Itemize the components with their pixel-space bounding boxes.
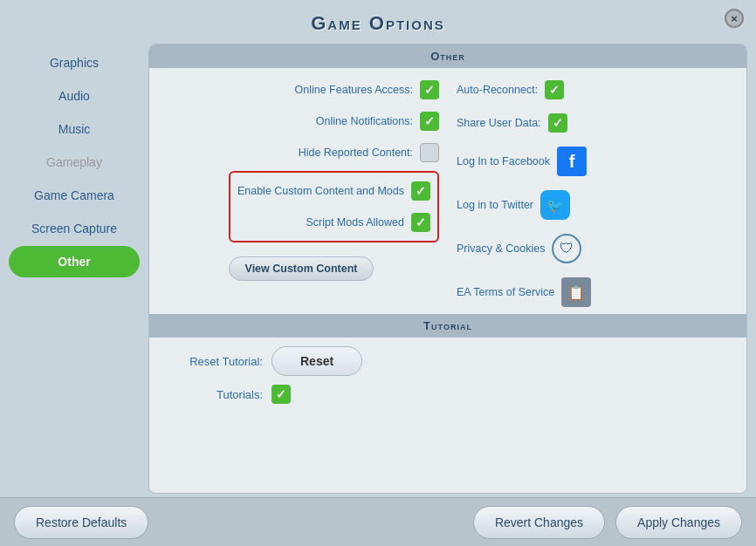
online-notifications-label: Online Notifications: [316, 115, 413, 127]
auto-reconnect-checkbox[interactable]: ✓ [545, 80, 564, 99]
tutorials-row: Tutorials: ✓ [167, 385, 729, 404]
script-mods-checkbox[interactable]: ✓ [411, 213, 430, 232]
script-mods-label: Script Mods Allowed [306, 216, 404, 229]
tos-row: EA Terms of Service 📋 [457, 274, 591, 311]
hide-reported-row: Hide Reported Content: [299, 140, 439, 166]
hide-reported-label: Hide Reported Content: [299, 147, 413, 159]
log-facebook-row: Log In to Facebook f [457, 143, 587, 180]
bottom-bar: Restore Defaults Revert Changes Apply Ch… [0, 497, 756, 546]
online-features-row: Online Features Access: ✓ [295, 77, 439, 103]
enable-custom-checkbox[interactable]: ✓ [411, 181, 430, 201]
reset-tutorial-row: Reset Tutorial: Reset [167, 346, 729, 376]
privacy-button[interactable]: 🛡 [552, 234, 581, 263]
sidebar-item-graphics[interactable]: Graphics [9, 47, 140, 78]
log-twitter-row: Log in to Twitter 🐦 [457, 187, 570, 223]
tutorial-body: Reset Tutorial: Reset Tutorials: ✓ [149, 338, 746, 413]
share-user-data-checkbox[interactable]: ✓ [548, 113, 567, 133]
other-section-header: Other [149, 44, 746, 68]
sidebar-item-game-camera[interactable]: Game Camera [9, 180, 140, 211]
sidebar-item-music[interactable]: Music [9, 113, 140, 145]
close-button[interactable]: × [725, 9, 744, 28]
script-mods-row: Script Mods Allowed ✓ [237, 209, 430, 235]
privacy-label: Privacy & Cookies [457, 242, 545, 255]
reset-tutorial-label: Reset Tutorial: [167, 355, 263, 368]
tutorial-section: Tutorial Reset Tutorial: Reset Tutorials… [149, 314, 746, 413]
auto-reconnect-row: Auto-Reconnect: ✓ [457, 77, 564, 103]
log-twitter-label: Log in to Twitter [457, 199, 533, 211]
bottom-right-buttons: Revert Changes Apply Changes [473, 506, 742, 539]
sidebar-item-audio[interactable]: Audio [9, 80, 140, 112]
online-notifications-row: Online Notifications: ✓ [316, 108, 439, 134]
online-features-checkbox[interactable]: ✓ [420, 80, 439, 99]
tos-button[interactable]: 📋 [561, 277, 591, 307]
tos-label: EA Terms of Service [457, 286, 554, 298]
content-area: Other Online Features Access: ✓ Online N… [148, 44, 747, 494]
title-bar: Game Options × [0, 0, 756, 44]
share-user-data-row: Share User Data: ✓ [457, 110, 567, 136]
sidebar-item-screen-capture[interactable]: Screen Capture [9, 213, 140, 244]
online-features-label: Online Features Access: [295, 84, 413, 96]
tutorials-checkbox[interactable]: ✓ [271, 385, 291, 404]
sidebar-item-other[interactable]: Other [9, 246, 140, 277]
sidebar-item-gameplay[interactable]: Gameplay [9, 147, 140, 178]
tos-icon: 📋 [561, 277, 591, 307]
online-notifications-checkbox[interactable]: ✓ [420, 112, 439, 131]
apply-changes-button[interactable]: Apply Changes [615, 506, 742, 539]
facebook-icon: f [557, 147, 587, 176]
page-title: Game Options [0, 12, 756, 35]
reset-button[interactable]: Reset [271, 346, 362, 376]
twitter-button[interactable]: 🐦 [540, 190, 570, 220]
hide-reported-checkbox[interactable] [420, 143, 439, 162]
left-column: Online Features Access: ✓ Online Notific… [163, 77, 439, 311]
privacy-icon: 🛡 [552, 234, 581, 263]
facebook-button[interactable]: f [557, 147, 587, 176]
restore-defaults-button[interactable]: Restore Defaults [14, 506, 148, 539]
log-facebook-label: Log In to Facebook [457, 155, 550, 167]
main-area: Graphics Audio Music Gameplay Game Camer… [0, 44, 756, 494]
right-column: Auto-Reconnect: ✓ Share User Data: ✓ Log… [457, 77, 732, 311]
view-custom-content-button[interactable]: View Custom Content [229, 256, 375, 281]
privacy-row: Privacy & Cookies 🛡 [457, 230, 581, 267]
tutorials-label: Tutorials: [167, 388, 263, 401]
twitter-icon: 🐦 [540, 190, 570, 220]
enable-custom-row: Enable Custom Content and Mods ✓ [237, 178, 430, 204]
auto-reconnect-label: Auto-Reconnect: [457, 84, 538, 96]
tutorial-section-header: Tutorial [149, 314, 746, 338]
custom-content-box: Enable Custom Content and Mods ✓ Script … [229, 171, 439, 242]
share-user-data-label: Share User Data: [457, 117, 541, 129]
sidebar: Graphics Audio Music Gameplay Game Camer… [9, 44, 140, 494]
enable-custom-label: Enable Custom Content and Mods [237, 185, 404, 197]
revert-changes-button[interactable]: Revert Changes [473, 506, 605, 539]
